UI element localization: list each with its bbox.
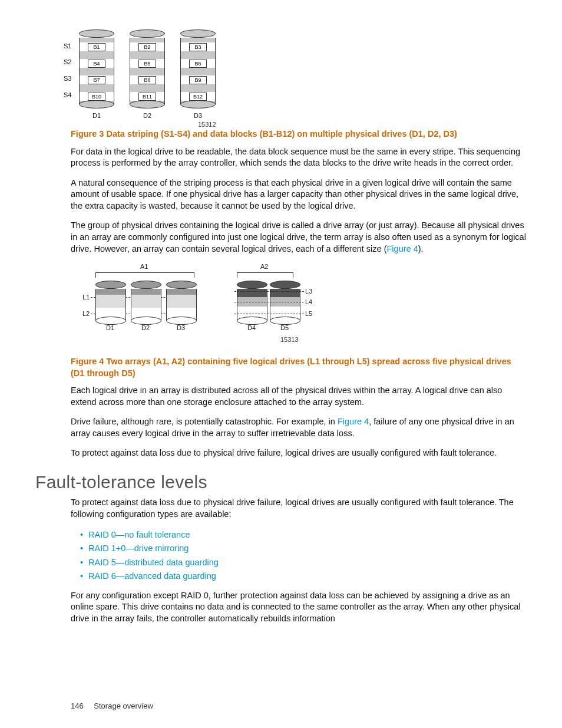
drive-cylinder <box>166 281 197 325</box>
logical-label: L4 <box>305 298 312 305</box>
data-block: B9 <box>189 76 207 84</box>
figure-ref-number: 15312 <box>198 121 216 128</box>
data-block: B6 <box>189 60 207 68</box>
drive-label: D4 <box>247 324 256 331</box>
drive-cylinder: B1 B4 B7 B10 <box>79 29 114 108</box>
drive-label: D2 <box>141 324 150 331</box>
array-label: A1 <box>140 263 148 270</box>
text: Drive failure, although rare, is potenti… <box>71 417 338 426</box>
figure-4-link[interactable]: Figure 4 <box>338 417 369 426</box>
drive-cylinder: B3 B6 B9 B12 <box>180 29 216 108</box>
raid-link[interactable]: RAID 0—no fault tolerance <box>88 530 190 539</box>
raid-link[interactable]: RAID 5—distributed data guarding <box>88 558 219 567</box>
figure-ref-number: 15313 <box>280 336 299 343</box>
drive-label: D1 <box>106 324 114 331</box>
logical-label: L5 <box>305 310 312 317</box>
figure-4-caption: Figure 4 Two arrays (A1, A2) containing … <box>71 356 527 379</box>
stripe-label: S2 <box>64 58 71 65</box>
logical-label: L1 <box>82 294 90 301</box>
logical-label: L3 <box>305 288 312 295</box>
drive-cylinder: B2 B5 B8 B11 <box>130 29 165 108</box>
figure-4-link[interactable]: Figure 4 <box>387 244 418 253</box>
array-label: A2 <box>260 263 268 270</box>
logical-label: L2 <box>82 310 90 317</box>
drive-cylinder <box>131 281 161 325</box>
page-number: 146 <box>71 701 84 710</box>
data-block: B10 <box>88 93 105 101</box>
paragraph: For any configuration except RAID 0, fur… <box>71 590 527 625</box>
paragraph: Each logical drive in an array is distri… <box>71 385 527 408</box>
section-heading: Fault-tolerance levels <box>35 472 527 492</box>
drive-label: D5 <box>280 324 289 331</box>
drive-cylinder <box>270 281 300 325</box>
data-block: B7 <box>88 76 105 84</box>
figure-4-diagram: A1 A2 L1 L2 <box>82 263 527 351</box>
stripe-label: S1 <box>64 42 71 50</box>
drive-label: D3 <box>177 324 185 331</box>
data-block: B8 <box>138 76 156 84</box>
drive-cylinder <box>237 281 267 325</box>
data-block: B12 <box>189 93 207 101</box>
text: ). <box>418 244 424 253</box>
drive-cylinder <box>95 281 126 325</box>
footer-title: Storage overview <box>94 701 153 710</box>
paragraph: The group of physical drives containing … <box>71 220 527 255</box>
raid-link[interactable]: RAID 6—advanced data guarding <box>88 571 216 581</box>
drive-label: D1 <box>79 112 114 119</box>
stripe-label: S4 <box>64 91 71 98</box>
data-block: B1 <box>88 43 105 51</box>
page-footer: 146 Storage overview <box>71 701 153 710</box>
raid-link[interactable]: RAID 1+0—drive mirroring <box>88 543 189 553</box>
data-block: B2 <box>138 43 156 51</box>
paragraph: A natural consequence of the striping pr… <box>71 177 527 212</box>
drive-label: D3 <box>180 112 216 119</box>
stripe-label: S3 <box>64 75 71 82</box>
data-block: B5 <box>138 60 156 68</box>
text: The group of physical drives containing … <box>71 220 526 253</box>
paragraph: For data in the logical drive to be read… <box>71 146 527 169</box>
paragraph: Drive failure, although rare, is potenti… <box>71 416 527 439</box>
paragraph: To protect against data loss due to phys… <box>71 497 527 520</box>
paragraph: To protect against data loss due to phys… <box>71 447 527 459</box>
raid-list: RAID 0—no fault tolerance RAID 1+0—drive… <box>80 528 527 583</box>
data-block: B4 <box>88 60 105 68</box>
drive-label: D2 <box>130 112 165 119</box>
figure-3-caption: Figure 3 Data striping (S1-S4) and data … <box>71 129 527 140</box>
data-block: B11 <box>138 93 156 101</box>
data-block: B3 <box>189 43 207 51</box>
figure-3-diagram: S1 S2 S3 S4 B1 B4 B7 B10 <box>64 29 527 124</box>
